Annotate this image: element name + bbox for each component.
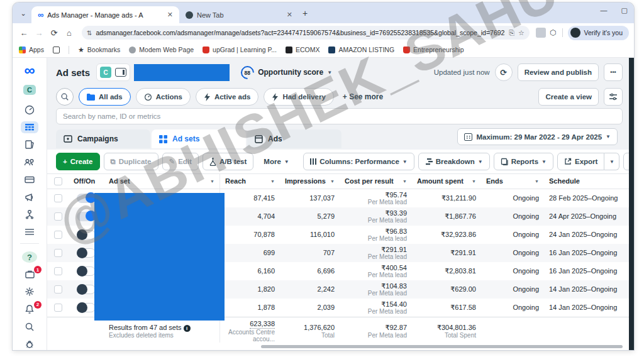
billing-icon[interactable]: [21, 173, 38, 185]
date-range-selector[interactable]: Maximum: 29 Mar 2022 - 29 Apr 2025 ▼: [457, 128, 618, 145]
see-more-button[interactable]: + See more: [339, 92, 387, 101]
bookmark-item[interactable]: Apps: [19, 46, 44, 53]
view-settings-button[interactable]: [604, 88, 623, 106]
send-to-device-icon[interactable]: ⎘: [509, 29, 514, 37]
tab-new-tab[interactable]: New Tab ✕: [179, 6, 299, 23]
columns-button[interactable]: Columns: Performance ▼: [303, 153, 414, 170]
maximize-button[interactable]: ▢: [621, 6, 628, 14]
sort-caret-icon[interactable]: ▼: [402, 179, 407, 184]
row-checkbox[interactable]: [54, 267, 62, 275]
refresh-icon[interactable]: ⟳: [48, 28, 60, 38]
settings-gear-icon[interactable]: [21, 286, 38, 298]
back-icon[interactable]: ←: [18, 28, 30, 38]
create-view-button[interactable]: Create a view: [538, 88, 599, 106]
row-checkbox[interactable]: [54, 304, 62, 312]
off-on-toggle[interactable]: [77, 230, 96, 239]
column-header[interactable]: Ends▼: [481, 174, 544, 189]
bookmark-item[interactable]: ECOMX: [286, 46, 320, 53]
notifications-bell-icon[interactable]: 2: [21, 304, 38, 315]
site-settings-icon[interactable]: ⇅: [87, 30, 92, 36]
bookmark-item[interactable]: AMAZON LISTING: [328, 46, 394, 53]
audiences-icon[interactable]: [21, 156, 38, 168]
meta-logo-icon[interactable]: ∞: [24, 63, 35, 78]
bookmark-star-icon[interactable]: ☆: [518, 29, 525, 37]
off-on-toggle[interactable]: [77, 266, 96, 276]
extension-icon[interactable]: [536, 28, 546, 38]
column-header[interactable]: Schedule: [544, 174, 629, 189]
info-icon[interactable]: i: [184, 325, 191, 332]
account-switcher[interactable]: C: [96, 63, 130, 81]
edit-button[interactable]: ✎ Edit: [162, 153, 199, 170]
new-tab-button[interactable]: +: [303, 8, 308, 18]
sort-caret-icon[interactable]: ▼: [535, 179, 539, 184]
profile-verify-button[interactable]: Verify it's you: [568, 26, 629, 40]
opportunity-score[interactable]: 88 Opportunity score ▼: [241, 66, 332, 79]
row-checkbox[interactable]: [54, 285, 62, 293]
extensions-puzzle-icon[interactable]: ⬡: [548, 28, 557, 37]
ads-reporting-icon[interactable]: [21, 139, 38, 151]
search-input[interactable]: Search by name, ID or metrics: [56, 108, 623, 124]
off-on-toggle[interactable]: [77, 212, 96, 221]
more-button[interactable]: More ▼: [257, 153, 295, 170]
reports-button[interactable]: Reports ▼: [494, 153, 553, 170]
all-tools-icon[interactable]: [21, 226, 38, 238]
breakdown-button[interactable]: Breakdown ▼: [418, 153, 490, 170]
tab-ads[interactable]: Ads: [247, 129, 341, 148]
off-on-toggle[interactable]: [77, 194, 96, 203]
forward-icon[interactable]: →: [33, 28, 45, 38]
select-all-checkbox[interactable]: [54, 177, 62, 185]
advertise-megaphone-icon[interactable]: [21, 191, 38, 203]
sort-caret-icon[interactable]: ▼: [270, 179, 275, 184]
off-on-toggle[interactable]: [77, 303, 96, 312]
filter-actions[interactable]: Actions: [136, 88, 191, 106]
bookmark-item[interactable]: Entrepreneurship: [403, 46, 464, 53]
column-header[interactable]: Reach▼: [220, 174, 280, 189]
minimize-button[interactable]: —: [601, 6, 608, 14]
account-badge[interactable]: C: [23, 85, 36, 95]
tab-close-icon[interactable]: ✕: [286, 11, 294, 19]
tab-search-chevron-icon[interactable]: ⌄: [18, 8, 29, 19]
export-caret-button[interactable]: ▼: [604, 153, 619, 170]
right-scroll-strip[interactable]: [629, 58, 634, 350]
tab-ads-manager[interactable]: ∞ Ads Manager - Manage ads - A ✕: [31, 6, 179, 23]
column-header[interactable]: Off/On: [69, 174, 104, 189]
campaigns-icon[interactable]: [21, 121, 38, 133]
filter-active-ads[interactable]: Active ads: [196, 88, 259, 106]
review-publish-button[interactable]: Review and publish: [518, 63, 599, 81]
horizontal-scrollbar[interactable]: [261, 345, 623, 348]
sort-caret-icon[interactable]: ▼: [210, 179, 214, 184]
account-overview-icon[interactable]: [21, 104, 38, 116]
export-button[interactable]: Export: [557, 153, 604, 170]
home-icon[interactable]: ⌂: [63, 28, 75, 38]
bookmark-item[interactable]: ★Bookmarks: [78, 46, 120, 54]
column-header[interactable]: Cost per result▼: [340, 174, 412, 189]
row-checkbox[interactable]: [54, 249, 62, 257]
tab-ad-sets[interactable]: Ad sets: [152, 129, 246, 148]
sort-caret-icon[interactable]: ▼: [330, 179, 335, 184]
table-search-button[interactable]: [56, 88, 74, 106]
help-icon[interactable]: ?: [22, 251, 37, 263]
off-on-toggle[interactable]: [77, 248, 96, 258]
column-header[interactable]: Impressions▼: [280, 174, 340, 189]
filter-all-ads[interactable]: All ads: [79, 88, 131, 106]
row-checkbox[interactable]: [54, 231, 62, 239]
create-button[interactable]: + Create: [56, 153, 100, 170]
bug-report-icon[interactable]: [21, 338, 38, 350]
column-header[interactable]: Amount spent▼: [412, 174, 481, 189]
column-header[interactable]: Ad set▼: [104, 174, 220, 189]
off-on-toggle[interactable]: [77, 285, 96, 294]
business-portfolio-icon[interactable]: 1: [21, 268, 38, 280]
more-options-button[interactable]: •••: [604, 63, 623, 81]
url-bar[interactable]: ⇅ adsmanager.facebook.com/adsmanager/man…: [82, 26, 530, 40]
events-manager-icon[interactable]: [21, 209, 38, 221]
search-icon[interactable]: [21, 321, 38, 333]
refresh-button[interactable]: ⟳: [495, 63, 513, 81]
duplicate-button[interactable]: ⧉ Duplicate: [104, 153, 158, 170]
row-checkbox[interactable]: [54, 212, 62, 221]
ab-test-button[interactable]: A/B test: [203, 153, 253, 170]
tab-campaigns[interactable]: Campaigns: [56, 129, 150, 148]
bookmark-item[interactable]: upGrad | Learning P...: [203, 46, 277, 53]
bookmark-item[interactable]: [53, 47, 60, 53]
row-checkbox[interactable]: [54, 194, 62, 202]
bookmark-item[interactable]: Modem Web Page: [129, 46, 194, 53]
